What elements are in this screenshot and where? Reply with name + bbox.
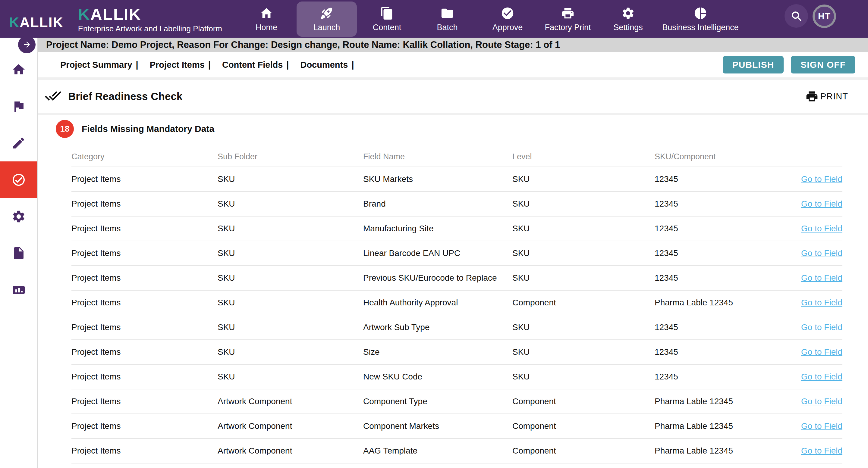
tab-separator: |	[351, 60, 354, 70]
go-to-field-link[interactable]: Go to Field	[801, 298, 842, 307]
file-icon	[11, 246, 26, 261]
cell-category: Project Items	[71, 174, 218, 184]
cell-category: Project Items	[71, 446, 218, 456]
kallik-logo: KALLIK Enterprise Artwork and Labelling …	[78, 6, 222, 33]
sidebar-item-edit[interactable]	[0, 125, 37, 161]
nav-item-factory-print[interactable]: Factory Print	[538, 1, 598, 37]
cell-sub-folder: Artwork Component	[218, 397, 363, 406]
sidebar-item-home[interactable]	[0, 51, 37, 88]
table-row: Project Items SKU SKU Markets SKU 12345 …	[71, 167, 842, 191]
nav-label: Launch	[313, 23, 340, 32]
go-to-field-link[interactable]: Go to Field	[801, 421, 842, 431]
go-to-field-link[interactable]: Go to Field	[801, 199, 842, 208]
main-content: Project Summary| Project Items| Content …	[38, 52, 868, 464]
check-circle-icon	[501, 6, 515, 20]
go-to-field-link[interactable]: Go to Field	[801, 174, 842, 184]
table-row: Project Items SKU Brand SKU 12345 Go to …	[71, 191, 842, 216]
folder-icon	[440, 6, 454, 20]
arrow-right-icon	[22, 40, 31, 49]
nav-label: Approve	[493, 23, 523, 32]
go-to-field-link[interactable]: Go to Field	[801, 323, 842, 332]
gear-icon	[621, 6, 635, 20]
cell-sub-folder: SKU	[218, 273, 363, 283]
bar-chart-icon	[11, 283, 26, 297]
nav-item-approve[interactable]: Approve	[477, 1, 538, 37]
nav-item-settings[interactable]: Settings	[598, 1, 658, 37]
go-to-field-link[interactable]: Go to Field	[801, 248, 842, 258]
sidebar-expand-button[interactable]	[18, 36, 36, 53]
table-row: Project Items Artwork Component AAG Temp…	[71, 438, 842, 463]
nav-item-business-intelligence[interactable]: Business Intelligence	[658, 1, 743, 37]
table-row: Project Items SKU New SKU Code SKU 12345…	[71, 364, 842, 389]
sidebar-item-reports[interactable]	[0, 272, 37, 308]
kallik-logo-small[interactable]: KALLIK	[9, 14, 64, 30]
go-to-field-link[interactable]: Go to Field	[801, 347, 842, 357]
go-to-field-link[interactable]: Go to Field	[801, 224, 842, 233]
section-head: 18 Fields Missing Mandatory Data	[56, 120, 868, 138]
cell-level: Component	[513, 298, 655, 307]
nav-label: Business Intelligence	[662, 23, 739, 32]
rocket-icon	[320, 6, 334, 20]
divider	[38, 113, 868, 115]
cell-category: Project Items	[71, 323, 218, 332]
copy-pages-icon	[380, 6, 394, 20]
cell-sku-component: 12345	[655, 199, 781, 209]
go-to-field-link[interactable]: Go to Field	[801, 446, 842, 455]
table-row: Project Items Artwork Component Componen…	[71, 389, 842, 413]
cell-category: Project Items	[71, 298, 218, 307]
cell-sku-component: 12345	[655, 174, 781, 184]
go-to-field-link[interactable]: Go to Field	[801, 273, 842, 282]
cell-sub-folder: SKU	[218, 224, 363, 233]
publish-button[interactable]: PUBLISH	[723, 56, 784, 73]
cell-sku-component: Pharma Lable 12345	[655, 397, 781, 406]
nav-item-home[interactable]: Home	[236, 1, 297, 37]
nav-label: Content	[373, 23, 401, 32]
home-icon	[11, 62, 26, 77]
tab-documents[interactable]: Documents|	[300, 60, 354, 70]
cell-sub-folder: SKU	[218, 372, 363, 381]
table-row: Project Items SKU Linear Barcode EAN UPC…	[71, 241, 842, 265]
flag-icon	[11, 99, 26, 113]
cell-field-name: New SKU Code	[363, 372, 513, 381]
tab-separator: |	[208, 60, 211, 70]
cell-sku-component: 12345	[655, 372, 781, 381]
logo-k-accent: K	[9, 14, 20, 30]
go-to-field-link[interactable]: Go to Field	[801, 372, 842, 381]
tab-content-fields[interactable]: Content Fields|	[222, 60, 289, 70]
sidebar-item-settings[interactable]	[0, 198, 37, 235]
missing-fields-table: Category Sub Folder Field Name Level SKU…	[71, 147, 842, 464]
column-header-level: Level	[513, 152, 655, 161]
check-circle-outline-icon	[11, 173, 26, 187]
cell-category: Project Items	[71, 372, 218, 381]
cell-level: SKU	[513, 199, 655, 209]
cell-sub-folder: Artwork Component	[218, 421, 363, 431]
nav-item-content[interactable]: Content	[357, 1, 417, 37]
tab-project-summary[interactable]: Project Summary|	[60, 60, 138, 70]
cell-field-name: Manufacturing Site	[363, 224, 513, 233]
nav-item-launch[interactable]: Launch	[297, 1, 357, 37]
logo-text-rest: ALLIK	[90, 5, 141, 23]
go-to-field-link[interactable]: Go to Field	[801, 397, 842, 406]
cell-sku-component: 12345	[655, 323, 781, 332]
nav-item-batch[interactable]: Batch	[417, 1, 477, 37]
cell-level: Component	[513, 421, 655, 431]
tab-project-items[interactable]: Project Items|	[150, 60, 211, 70]
home-icon	[259, 6, 273, 20]
column-header-sub-folder: Sub Folder	[218, 152, 363, 161]
sidebar-item-readiness-check[interactable]	[0, 161, 37, 198]
user-avatar[interactable]: HT	[812, 4, 836, 28]
cell-category: Project Items	[71, 273, 218, 283]
sidebar-item-documents[interactable]	[0, 235, 37, 272]
cell-sub-folder: SKU	[218, 199, 363, 209]
cell-sku-component: 12345	[655, 248, 781, 258]
table-row: Project Items SKU Health Authority Appro…	[71, 290, 842, 315]
table-row: Project Items SKU Size SKU 12345 Go to F…	[71, 339, 842, 364]
project-info-bar: Project Name: Demo Project, Reason For C…	[38, 38, 868, 52]
cell-level: SKU	[513, 323, 655, 332]
gear-icon	[11, 209, 26, 224]
print-button[interactable]: PRINT	[804, 90, 850, 103]
cell-level: Component	[513, 397, 655, 406]
sign-off-button[interactable]: SIGN OFF	[791, 56, 855, 73]
search-button[interactable]	[784, 4, 808, 28]
sidebar-item-flag[interactable]	[0, 88, 37, 125]
